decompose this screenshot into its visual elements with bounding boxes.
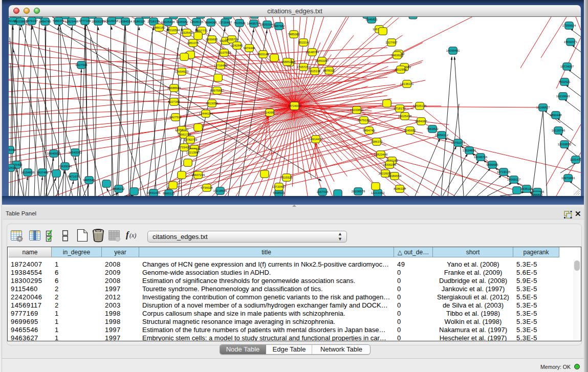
svg-text:17016504: 17016504 — [166, 29, 180, 32]
svg-text:2487682: 2487682 — [273, 25, 285, 28]
svg-text:8660123: 8660123 — [163, 192, 175, 195]
svg-text:19384554: 19384554 — [119, 20, 133, 23]
svg-text:12213363: 12213363 — [371, 191, 385, 194]
svg-text:23226058: 23226058 — [105, 19, 119, 23]
svg-text:18724007: 18724007 — [288, 104, 301, 107]
svg-text:9327504: 9327504 — [75, 63, 88, 67]
svg-text:9684067: 9684067 — [205, 21, 217, 24]
svg-text:16961758: 16961758 — [178, 133, 191, 136]
svg-text:2718170: 2718170 — [394, 107, 406, 110]
svg-text:6939695: 6939695 — [206, 38, 218, 41]
svg-text:1101473: 1101473 — [570, 158, 581, 161]
svg-text:16648784: 16648784 — [306, 51, 319, 54]
svg-text:7386372: 7386372 — [371, 140, 383, 143]
svg-text:13720407: 13720407 — [219, 21, 232, 24]
svg-text:352214: 352214 — [298, 41, 309, 44]
svg-text:9454749: 9454749 — [363, 129, 375, 132]
svg-text:2603144: 2603144 — [257, 53, 269, 56]
svg-text:10025438: 10025438 — [398, 115, 412, 118]
svg-text:6734028: 6734028 — [201, 186, 213, 189]
svg-text:9777169: 9777169 — [79, 19, 91, 23]
svg-text:5938923: 5938923 — [273, 191, 285, 194]
svg-text:20053346: 20053346 — [260, 23, 274, 26]
svg-text:17359924: 17359924 — [562, 24, 576, 27]
svg-text:22420046: 22420046 — [58, 165, 72, 168]
svg-text:14099481: 14099481 — [446, 49, 460, 52]
svg-text:7663822: 7663822 — [426, 127, 439, 130]
svg-text:7485063: 7485063 — [288, 33, 300, 36]
svg-text:7515526: 7515526 — [280, 176, 293, 179]
svg-text:1362615: 1362615 — [9, 166, 16, 169]
svg-text:1588520: 1588520 — [281, 60, 293, 63]
svg-text:16640910: 16640910 — [47, 152, 61, 155]
svg-text:18300295: 18300295 — [383, 163, 397, 166]
svg-text:18300295: 18300295 — [92, 20, 105, 23]
svg-text:8912954: 8912954 — [395, 68, 407, 71]
svg-text:9146821: 9146821 — [365, 18, 378, 21]
svg-text:6479197: 6479197 — [358, 119, 370, 122]
svg-text:13720407: 13720407 — [272, 185, 286, 188]
svg-text:14055724: 14055724 — [225, 38, 239, 41]
svg-text:14914479: 14914479 — [309, 138, 323, 141]
svg-text:1733416: 1733416 — [178, 146, 190, 149]
svg-text:10973493: 10973493 — [561, 177, 575, 180]
svg-text:9454749: 9454749 — [39, 20, 51, 23]
svg-text:9684067: 9684067 — [415, 120, 427, 123]
svg-text:14495794: 14495794 — [247, 22, 261, 25]
svg-text:14136141: 14136141 — [400, 82, 414, 85]
svg-text:6466160: 6466160 — [153, 26, 165, 29]
svg-text:19166827: 19166827 — [536, 106, 550, 109]
svg-text:12823448: 12823448 — [374, 153, 388, 156]
svg-text:6216049: 6216049 — [9, 148, 16, 151]
svg-text:7515526: 7515526 — [233, 21, 246, 25]
svg-text:14569117: 14569117 — [507, 178, 521, 181]
svg-text:9245652: 9245652 — [404, 129, 416, 132]
svg-text:9474444: 9474444 — [243, 47, 255, 50]
svg-text:12823448: 12823448 — [65, 20, 79, 23]
svg-text:9463627: 9463627 — [391, 54, 403, 57]
svg-text:(x): (x) — [129, 232, 136, 239]
svg-text:8186328: 8186328 — [133, 20, 145, 23]
svg-text:20691406: 20691406 — [147, 191, 161, 194]
svg-text:7632621: 7632621 — [558, 80, 571, 83]
svg-text:13654923: 13654923 — [175, 70, 189, 73]
svg-text:9465546: 9465546 — [83, 179, 95, 182]
svg-text:12444194: 12444194 — [199, 112, 213, 115]
svg-text:13524851: 13524851 — [463, 149, 476, 152]
svg-text:16120746: 16120746 — [552, 129, 565, 132]
svg-text:9245652: 9245652 — [176, 20, 188, 24]
svg-text:8813054: 8813054 — [206, 102, 218, 105]
svg-text:10654112: 10654112 — [435, 134, 449, 137]
svg-text:9242845: 9242845 — [231, 44, 243, 47]
svg-text:8186328: 8186328 — [394, 187, 406, 190]
svg-text:1167534: 1167534 — [317, 190, 329, 193]
svg-text:14095: 14095 — [266, 111, 274, 114]
svg-text:9498212: 9498212 — [113, 187, 125, 190]
svg-text:18407249: 18407249 — [191, 173, 205, 177]
svg-text:19384554: 19384554 — [388, 174, 402, 178]
svg-text:13325419: 13325419 — [180, 31, 194, 34]
svg-text:12093872: 12093872 — [558, 143, 572, 146]
svg-text:10543362: 10543362 — [69, 151, 82, 154]
svg-text:19218506: 19218506 — [213, 189, 227, 192]
svg-text:9427512: 9427512 — [169, 116, 182, 119]
svg-text:6479197: 6479197 — [26, 19, 38, 23]
svg-text:9890448: 9890448 — [550, 114, 562, 117]
svg-text:90975887: 90975887 — [210, 89, 224, 92]
svg-text:10782759: 10782759 — [184, 138, 198, 141]
svg-text:10046706: 10046706 — [474, 156, 488, 159]
svg-text:9227342: 9227342 — [168, 100, 180, 103]
svg-text:12505135: 12505135 — [190, 20, 204, 24]
svg-text:13716485: 13716485 — [214, 64, 228, 67]
svg-text:16033809: 16033809 — [350, 108, 364, 112]
svg-text:12505135: 12505135 — [413, 104, 427, 107]
svg-text:18724007: 18724007 — [560, 65, 574, 68]
svg-text:16154838: 16154838 — [21, 171, 35, 174]
svg-text:16853267: 16853267 — [315, 59, 329, 62]
svg-text:8471676: 8471676 — [68, 175, 80, 178]
svg-text:9699695: 9699695 — [486, 163, 498, 166]
svg-text:9657771: 9657771 — [195, 29, 208, 32]
svg-text:2437482: 2437482 — [36, 171, 49, 174]
svg-text:10107553: 10107553 — [217, 51, 231, 54]
svg-text:1615132: 1615132 — [309, 70, 321, 73]
